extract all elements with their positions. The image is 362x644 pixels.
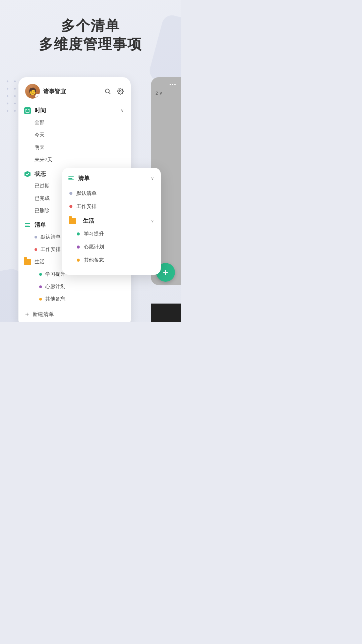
- popup-item-work[interactable]: 工作安排: [62, 200, 161, 213]
- username: 诸事皆宜: [43, 88, 66, 95]
- wish-dot: [39, 285, 42, 288]
- popup-default-label: 默认清单: [76, 190, 97, 197]
- popup-study-label: 学习提升: [84, 231, 104, 237]
- popup-default-dot: [69, 192, 72, 195]
- list-lines-icon: [24, 221, 31, 229]
- popup-card: 清单 ∨ 默认清单 工作安排 生活 ∨: [62, 168, 161, 275]
- dot3: [174, 84, 176, 85]
- popup-header-left: 清单: [67, 174, 89, 182]
- work-list-dot: [35, 248, 37, 251]
- time-item-7days[interactable]: 未来7天: [18, 154, 131, 166]
- time-section: 时间 ∨ 全部 今天 明天 未来7天: [18, 103, 131, 166]
- popup-wish-label: 心愿计划: [84, 244, 104, 250]
- popup-section-title: 清单: [78, 174, 89, 182]
- time-chevron[interactable]: ∨: [121, 108, 124, 113]
- popup-header[interactable]: 清单 ∨: [62, 174, 161, 187]
- popup-list-icon: [67, 175, 75, 182]
- page-background: 多个清单 多维度管理事项 2 ∨: [0, 0, 181, 322]
- dot1: [170, 84, 171, 85]
- popup-memo-dot: [77, 259, 80, 262]
- svg-point-2: [120, 91, 121, 92]
- popup-life-left: 生活: [67, 217, 94, 225]
- popup-item-wish[interactable]: 心愿计划: [62, 240, 161, 254]
- header-line1: 多个清单: [61, 18, 120, 34]
- time-item-tomorrow[interactable]: 明天: [18, 141, 131, 154]
- svg-point-0: [105, 89, 109, 93]
- popup-life-folder[interactable]: 生活 ∨: [62, 213, 161, 227]
- count-chevron: ∨: [159, 91, 163, 96]
- popup-item-default[interactable]: 默认清单: [62, 187, 161, 200]
- header-icons: [104, 88, 124, 95]
- popup-item-study[interactable]: 学习提升: [62, 227, 161, 240]
- list-section-title: 清单: [35, 221, 46, 229]
- right-phone-count: 2 ∨: [154, 89, 167, 97]
- fab-plus-icon: +: [163, 267, 168, 278]
- dot2: [172, 84, 173, 85]
- svg-line-1: [109, 93, 111, 94]
- popup-study-dot: [77, 232, 80, 235]
- header-line2: 多维度管理事项: [39, 36, 142, 52]
- header-title: 多个清单 多维度管理事项: [13, 17, 168, 53]
- more-menu-icon[interactable]: [170, 84, 178, 85]
- phone-area: 2 ∨ 🧑 ✓ 诸事皆宜: [0, 77, 181, 322]
- badge-check: ✓: [35, 94, 40, 99]
- time-icon: [24, 107, 31, 114]
- popup-wish-dot: [77, 246, 80, 249]
- popup-life-label: 生活: [83, 217, 94, 225]
- default-list-dot: [35, 236, 37, 238]
- status-icon: [24, 170, 31, 178]
- popup-item-memo[interactable]: 其他备忘: [62, 254, 161, 267]
- status-section-title: 状态: [35, 170, 46, 178]
- time-section-title: 时间: [35, 107, 46, 114]
- list-header-left: 清单: [24, 221, 46, 229]
- popup-chevron[interactable]: ∨: [151, 176, 154, 181]
- list-item-memo[interactable]: 其他备忘: [18, 293, 131, 305]
- list-item-wish[interactable]: 心愿计划: [18, 280, 131, 293]
- status-header-left: 状态: [24, 170, 46, 178]
- avatar[interactable]: 🧑 ✓: [25, 84, 40, 99]
- time-item-today[interactable]: 今天: [18, 129, 131, 141]
- life-folder-label: 生活: [35, 259, 45, 265]
- time-section-header[interactable]: 时间 ∨: [18, 103, 131, 116]
- user-info: 🧑 ✓ 诸事皆宜: [25, 84, 66, 99]
- popup-folder-icon: [69, 218, 76, 224]
- new-list-plus-icon: +: [25, 311, 29, 318]
- popup-work-dot: [69, 205, 72, 208]
- right-phone-bottom-bar: [151, 304, 181, 322]
- study-dot: [39, 273, 42, 276]
- user-header: 🧑 ✓ 诸事皆宜: [18, 84, 131, 103]
- time-item-all[interactable]: 全部: [18, 116, 131, 129]
- popup-work-label: 工作安排: [76, 203, 97, 210]
- memo-dot: [39, 298, 42, 301]
- svg-marker-8: [24, 171, 31, 177]
- count-number: 2: [156, 91, 158, 96]
- time-header-left: 时间: [24, 107, 46, 114]
- search-icon[interactable]: [104, 88, 111, 95]
- header-section: 多个清单 多维度管理事项: [0, 17, 181, 53]
- folder-icon-life: [24, 259, 31, 265]
- popup-life-chevron[interactable]: ∨: [151, 218, 154, 223]
- settings-icon[interactable]: [117, 88, 124, 95]
- popup-memo-label: 其他备忘: [84, 257, 104, 263]
- new-list-button[interactable]: + 新建清单: [18, 305, 131, 320]
- new-list-label: 新建清单: [33, 311, 54, 318]
- right-phone-header: [154, 84, 181, 85]
